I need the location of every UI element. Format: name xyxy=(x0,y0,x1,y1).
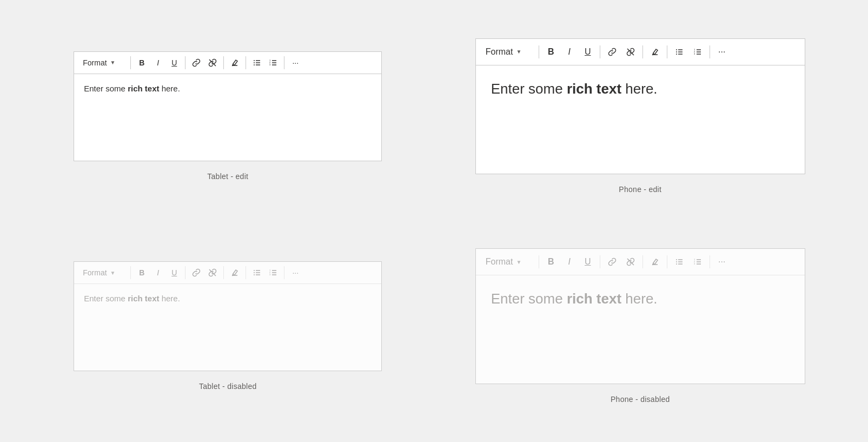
format-label-disabled: Format xyxy=(83,268,107,277)
svg-point-4 xyxy=(254,60,255,61)
list-unordered-button[interactable] xyxy=(249,55,264,70)
list-ordered-icon-phone-disabled: 123 xyxy=(693,258,702,266)
highlight-icon xyxy=(230,58,239,67)
svg-point-32 xyxy=(254,274,255,275)
phone-edit-editor: Format ▼ B I U xyxy=(475,38,805,174)
divider-2 xyxy=(185,56,185,69)
format-label: Format xyxy=(83,58,107,67)
divider-d1 xyxy=(130,266,131,279)
more-button[interactable]: ··· xyxy=(288,55,303,70)
link-button-phone-disabled xyxy=(604,253,621,271)
content-suffix-phone: here. xyxy=(621,81,658,97)
phone-disabled-caption: Phone - disabled xyxy=(611,395,670,404)
bold-button-phone-disabled: B xyxy=(542,253,560,271)
format-label-phone-disabled: Format xyxy=(486,257,513,267)
list-unordered-icon-phone-disabled xyxy=(675,258,684,266)
list-unordered-button-phone-disabled xyxy=(671,253,688,271)
link-button[interactable] xyxy=(189,55,204,70)
phone-edit-content[interactable]: Enter some rich text here. xyxy=(476,65,805,174)
list-unordered-icon-phone xyxy=(675,48,684,56)
divider-p4 xyxy=(667,45,667,58)
format-label-phone: Format xyxy=(486,47,513,57)
highlight-button-phone[interactable] xyxy=(646,43,664,61)
svg-point-31 xyxy=(254,272,255,273)
content-suffix-disabled: here. xyxy=(159,294,180,303)
chevron-down-icon-disabled: ▼ xyxy=(110,270,116,276)
highlight-icon-phone xyxy=(651,48,659,56)
unlink-icon-phone xyxy=(626,48,635,56)
content-bold-phone-disabled: rich text xyxy=(567,291,621,307)
content-suffix: here. xyxy=(159,84,180,93)
divider-1 xyxy=(130,56,131,69)
bold-button-phone[interactable]: B xyxy=(542,43,560,61)
unlink-button-disabled xyxy=(205,265,220,280)
unlink-button-phone[interactable] xyxy=(622,43,639,61)
link-icon xyxy=(192,58,201,67)
divider-d5 xyxy=(284,266,284,279)
list-ordered-button[interactable]: 123 xyxy=(266,55,281,70)
content-plain-phone: Enter some xyxy=(491,81,567,97)
bold-button-disabled: B xyxy=(134,265,149,280)
more-button-disabled: ··· xyxy=(288,265,303,280)
svg-point-17 xyxy=(676,49,677,50)
phone-disabled-editor: Format ▼ B I U xyxy=(475,248,805,384)
chevron-down-icon-phone-disabled: ▼ xyxy=(516,259,521,265)
link-icon-phone-disabled xyxy=(608,258,617,266)
divider-4 xyxy=(246,56,246,69)
svg-point-44 xyxy=(676,261,677,262)
underline-button-phone[interactable]: U xyxy=(579,43,597,61)
page-container: Format ▼ B I U xyxy=(0,0,868,442)
phone-disabled-toolbar: Format ▼ B I U xyxy=(476,249,805,275)
svg-point-18 xyxy=(676,51,677,52)
tablet-disabled-caption: Tablet - disabled xyxy=(199,382,257,391)
highlight-icon-disabled xyxy=(230,268,239,277)
more-button-phone[interactable]: ··· xyxy=(713,43,731,61)
unlink-button-phone-disabled xyxy=(622,253,639,271)
format-dropdown-tablet-edit[interactable]: Format ▼ xyxy=(78,56,127,69)
divider-pd2 xyxy=(600,255,600,268)
phone-edit-toolbar: Format ▼ B I U xyxy=(476,39,805,65)
italic-button[interactable]: I xyxy=(150,55,165,70)
phone-edit-caption: Phone - edit xyxy=(619,185,661,194)
divider-pd5 xyxy=(710,255,710,268)
link-button-phone[interactable] xyxy=(604,43,621,61)
italic-button-phone-disabled: I xyxy=(561,253,578,271)
tablet-edit-caption: Tablet - edit xyxy=(207,172,248,181)
list-ordered-icon-phone: 123 xyxy=(693,48,702,56)
highlight-button[interactable] xyxy=(227,55,242,70)
svg-point-45 xyxy=(676,263,677,265)
content-bold: rich text xyxy=(128,84,159,93)
bold-button[interactable]: B xyxy=(134,55,149,70)
format-dropdown-phone-edit[interactable]: Format ▼ xyxy=(481,45,535,59)
quadrant-tablet-edit: Format ▼ B I U xyxy=(22,11,434,221)
content-plain-disabled: Enter some xyxy=(84,294,128,303)
tablet-edit-toolbar: Format ▼ B I U xyxy=(74,52,381,74)
svg-text:3: 3 xyxy=(269,63,271,66)
italic-button-phone[interactable]: I xyxy=(561,43,578,61)
divider-p3 xyxy=(642,45,643,58)
underline-button[interactable]: U xyxy=(167,55,182,70)
divider-p5 xyxy=(710,45,710,58)
divider-d4 xyxy=(246,266,246,279)
svg-point-43 xyxy=(676,259,677,260)
more-button-phone-disabled: ··· xyxy=(713,253,731,271)
content-plain-1: Enter some xyxy=(84,84,128,93)
svg-point-6 xyxy=(254,64,255,65)
quadrant-tablet-disabled: Format ▼ B I U xyxy=(22,221,434,432)
underline-button-disabled: U xyxy=(167,265,182,280)
svg-text:3: 3 xyxy=(694,52,695,55)
content-bold-phone: rich text xyxy=(567,81,621,97)
chevron-down-icon: ▼ xyxy=(110,60,116,65)
italic-button-disabled: I xyxy=(150,265,165,280)
unlink-button[interactable] xyxy=(205,55,220,70)
link-button-disabled xyxy=(189,265,204,280)
divider-pd4 xyxy=(667,255,667,268)
list-unordered-button-disabled xyxy=(249,265,264,280)
divider-p2 xyxy=(600,45,600,58)
link-icon-disabled xyxy=(192,268,201,277)
list-unordered-button-phone[interactable] xyxy=(671,43,688,61)
tablet-disabled-content: Enter some rich text here. xyxy=(74,284,381,371)
format-dropdown-phone-disabled: Format ▼ xyxy=(481,255,535,269)
list-ordered-button-phone[interactable]: 123 xyxy=(689,43,706,61)
tablet-edit-content[interactable]: Enter some rich text here. xyxy=(74,74,381,161)
